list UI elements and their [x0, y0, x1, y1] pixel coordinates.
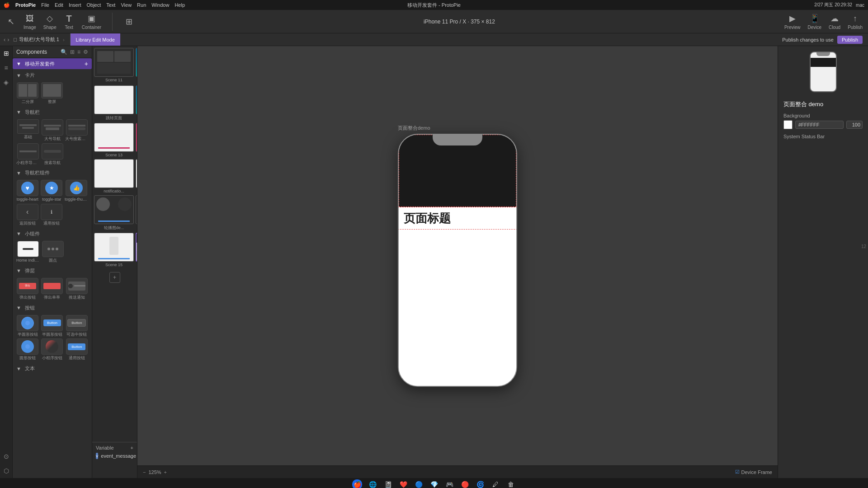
dock-icon-finder[interactable]: 🍎 — [352, 479, 362, 488]
tool-container[interactable]: ▣ Container — [82, 13, 101, 30]
dock-icon-pen[interactable]: 🖊 — [491, 479, 500, 488]
dock-icon-browser[interactable]: 🌐 — [368, 479, 377, 488]
menu-run[interactable]: Run — [137, 2, 146, 8]
dock-icon-trash[interactable]: 🗑 — [506, 479, 516, 488]
comp-item-general-btn[interactable]: ℹ 通用按钮 — [41, 204, 63, 226]
category-header-dialogs[interactable]: ▼ 弹层 — [13, 266, 92, 276]
publish-button[interactable]: Publish — [837, 36, 863, 44]
comp-item-back-btn[interactable]: ‹ 返回按钮 — [16, 204, 39, 226]
icon-assets[interactable]: ◈ — [4, 79, 9, 86]
comp-item-dots[interactable]: 圆点 — [42, 241, 64, 263]
comp-item-search-nav[interactable]: 大号搜索导航 — [65, 119, 89, 141]
scene-card-jump[interactable]: 跳转页面 — [94, 85, 134, 121]
comp-item-basic-nav[interactable]: 基础 — [16, 119, 40, 141]
list-icon[interactable]: ≡ — [77, 49, 80, 55]
zoom-out-icon[interactable]: − — [143, 469, 146, 475]
variable-item-event[interactable]: V event_message — [94, 451, 135, 460]
category-header-cards[interactable]: ▼ 卡片 — [13, 70, 92, 80]
scene-card-scene13[interactable]: Scene 13 — [94, 123, 134, 157]
library-mode-tab[interactable]: Library Edit Mode — [71, 33, 120, 46]
app-name[interactable]: ProtoPie — [15, 2, 36, 8]
category-header-mobile-dev[interactable]: ▼ 移动开发套件 + — [13, 58, 92, 69]
scene-card-scene14[interactable]: Scene 14 — [136, 123, 137, 157]
forward-arrow[interactable]: › — [7, 36, 9, 43]
menu-window[interactable]: Window — [151, 2, 169, 8]
dock-icon-app1[interactable]: ❤️ — [398, 479, 408, 488]
device-frame-checkbox[interactable]: ☑ — [735, 469, 740, 475]
page-title-element[interactable]: 页面标题 — [399, 207, 516, 230]
nav-bar-element[interactable] — [399, 135, 516, 207]
menu-insert[interactable]: Insert — [69, 2, 81, 8]
scene-card-card-notif[interactable]: 卡片-通知... — [136, 195, 137, 231]
comp-item-toggle-thumb[interactable]: 👍 toggle-thumb — [65, 180, 88, 202]
category-header-navcomps[interactable]: ▼ 导航栏组件 — [13, 168, 92, 178]
tool-publish[interactable]: ↑ Publish — [848, 13, 863, 30]
category-header-buttons[interactable]: ▼ 按钮 — [13, 303, 92, 313]
scene-card-scene12[interactable]: Scene 12 — [136, 85, 137, 121]
comp-item-erjianping[interactable]: 二分屏 — [16, 82, 39, 104]
icon-bottom1[interactable]: ⊙ — [4, 453, 9, 460]
comp-item-selectable-btn[interactable]: Button 可选中按钮 — [66, 315, 88, 337]
add-scene-button[interactable]: + — [109, 272, 120, 283]
tool-image[interactable]: 🖼 Image — [24, 13, 36, 30]
settings-icon[interactable]: ⚙ — [83, 49, 88, 55]
comp-item-zheping[interactable]: 整屏 — [41, 82, 63, 104]
dock-icon-app3[interactable]: 🔴 — [460, 479, 470, 488]
menu-help[interactable]: Help — [175, 2, 185, 8]
tool-shape[interactable]: ◇ Shape — [43, 13, 57, 30]
apple-menu[interactable]: 🍎 — [4, 2, 10, 8]
scene-card-scene15[interactable]: Scene 15 — [94, 233, 134, 268]
tool-extra[interactable]: ⊞ — [123, 16, 134, 27]
comp-item-mini-nav[interactable]: 小程序导航栏 — [16, 143, 40, 165]
menu-file[interactable]: File — [41, 2, 49, 8]
opacity-input[interactable] — [846, 121, 863, 129]
scene-card-notification[interactable]: notificatio... — [94, 159, 134, 193]
dock-icon-game[interactable]: 🎮 — [444, 479, 454, 488]
back-arrow[interactable]: ‹ — [4, 36, 5, 43]
comp-item-push-notif[interactable]: 推送通知 — [66, 278, 88, 300]
menu-view[interactable]: View — [121, 2, 132, 8]
tool-preview[interactable]: ▶ Preview — [784, 13, 801, 30]
comp-item-toggle-star[interactable]: ★ toggle-star — [41, 180, 63, 202]
menu-text[interactable]: Text — [106, 2, 115, 8]
add-icon[interactable]: + — [85, 60, 88, 67]
comp-item-large-nav[interactable]: 大号导航 — [42, 119, 63, 141]
comp-item-general-btn2[interactable]: Button 通用按钮 — [66, 338, 88, 361]
dock-icon-sketch[interactable]: 💎 — [429, 479, 439, 488]
zoom-in-icon[interactable]: + — [164, 469, 167, 475]
comp-item-search-nav2[interactable]: 搜索导航 — [42, 143, 63, 165]
comp-item-half-circle-btn[interactable]: 半圆形按钮 — [16, 315, 39, 337]
scene-card-demo[interactable]: 整合demo — [136, 48, 137, 84]
dock-icon-app4[interactable]: 🌀 — [475, 479, 485, 488]
scene-card-page-merge[interactable]: 页面标题 页面整合d... — [136, 233, 137, 268]
comp-item-popup-btn[interactable]: 弹出 弹出按钮 — [16, 278, 39, 300]
comp-item-mini-btn[interactable]: 小程序按钮 — [41, 338, 63, 361]
menu-object[interactable]: Object — [86, 2, 101, 8]
publish-changes-button[interactable]: Publish changes to use — [782, 37, 834, 42]
dock-icon-notes[interactable]: 📓 — [383, 479, 393, 488]
scene-card-popup[interactable]: popup_de... — [136, 159, 137, 193]
grid-icon[interactable]: ⊞ — [70, 49, 75, 55]
canvas-content[interactable]: 页面整合demo 页面标题 — [137, 46, 778, 465]
comp-item-circle-btn[interactable]: 圆形按钮 — [16, 338, 39, 361]
tool-move[interactable]: ↖ — [5, 16, 16, 27]
icon-layers[interactable]: ≡ — [4, 64, 8, 71]
tool-device[interactable]: 📱 Device — [807, 13, 821, 30]
search-icon[interactable]: 🔍 — [61, 49, 67, 55]
comp-item-toggle-heart[interactable]: ♥ toggle-heart — [16, 180, 39, 202]
icon-components[interactable]: ⊞ — [4, 50, 9, 57]
tool-cloud[interactable]: ☁ Cloud — [829, 13, 840, 30]
comp-item-popup-single[interactable]: 弹出单率 — [41, 278, 63, 300]
color-input[interactable] — [795, 121, 844, 129]
menu-edit[interactable]: Edit — [55, 2, 63, 8]
comp-item-half-circle-btn2[interactable]: Button 半圆形按钮 — [41, 315, 63, 337]
icon-bottom2[interactable]: ⬡ — [4, 467, 9, 474]
category-header-text[interactable]: ▼ 文本 — [13, 363, 92, 374]
comp-item-home-indicator[interactable]: Home Indic... — [16, 241, 40, 263]
scene-card-carousel[interactable]: 轮播图de... — [94, 195, 134, 231]
tool-text[interactable]: T Text — [64, 13, 75, 30]
add-variable-icon[interactable]: + — [131, 445, 133, 450]
scene-card-scene11[interactable]: Scene 11 — [94, 48, 134, 84]
dock-icon-app2[interactable]: 🔵 — [414, 479, 424, 488]
category-header-widgets[interactable]: ▼ 小组件 — [13, 229, 92, 239]
